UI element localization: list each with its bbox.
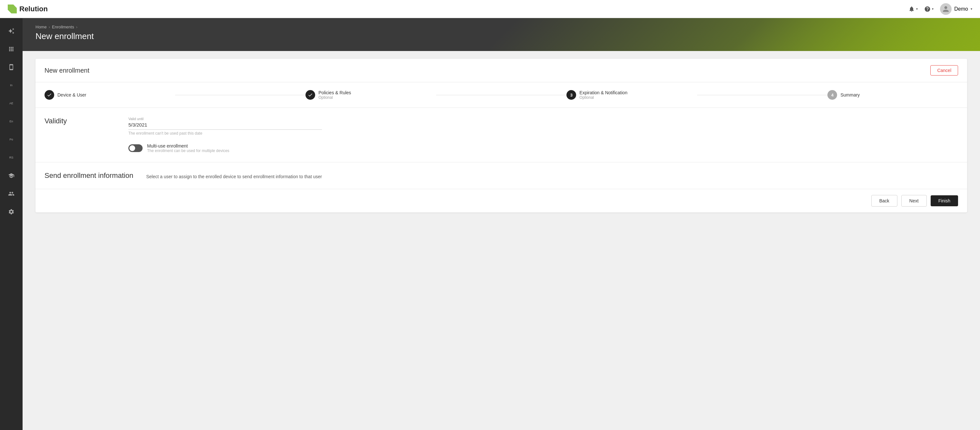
logo-icon — [8, 5, 17, 14]
sidebar-item-users[interactable] — [3, 186, 19, 201]
sidebar-item-rs[interactable]: RS — [3, 150, 19, 165]
enrollment-card: New enrollment Cancel Device & User — [35, 59, 967, 213]
page-title: New enrollment — [35, 31, 967, 41]
sidebar-item-dashboard[interactable] — [3, 23, 19, 39]
step-3-label: Expiration & Notification — [579, 90, 627, 95]
sidebar-item-ae-label: AE — [10, 102, 13, 105]
top-nav: Relution ▾ ▾ Demo ▾ — [0, 0, 980, 18]
connector-2 — [436, 95, 567, 95]
main-content: New enrollment Cancel Device & User — [22, 51, 980, 430]
cancel-button[interactable]: Cancel — [930, 65, 958, 75]
user-name: Demo — [954, 6, 968, 12]
send-enrollment-description: Select a user to assign to the enrolled … — [146, 171, 958, 179]
step-2-info: Policies & Rules Optional — [318, 90, 351, 100]
card-header: New enrollment Cancel — [35, 59, 967, 82]
step-4-info: Summary — [840, 92, 860, 98]
sidebar-item-po[interactable]: Po — [3, 132, 19, 147]
page-header: Home › Enrollments › New enrollment — [22, 18, 980, 51]
avatar — [940, 3, 951, 15]
sidebar-item-po-label: Po — [10, 138, 13, 141]
step-4: 4 Summary — [827, 90, 958, 100]
breadcrumb-home[interactable]: Home — [35, 24, 47, 29]
validity-title: Validity — [45, 117, 116, 153]
sidebar-item-rs-label: RS — [10, 156, 14, 159]
sidebar-item-ae[interactable]: AE — [3, 96, 19, 111]
finish-button[interactable]: Finish — [931, 195, 958, 206]
sidebar-item-in-label: In — [10, 84, 13, 87]
notifications-button[interactable]: ▾ — [908, 6, 918, 12]
toggle-info: Multi-use enrollment The enrollment can … — [147, 143, 229, 153]
step-1-info: Device & User — [57, 92, 86, 98]
card-title: New enrollment — [45, 67, 89, 74]
validity-body: Valid until 5/3/2021 The enrollment can'… — [128, 117, 958, 153]
validity-section: Validity Valid until 5/3/2021 The enroll… — [35, 108, 967, 162]
page-wrap: Home › Enrollments › New enrollment New … — [22, 18, 980, 430]
step-3-circle: 3 — [566, 90, 576, 100]
sidebar-item-education[interactable] — [3, 168, 19, 183]
valid-until-hint: The enrollment can't be used past this d… — [128, 131, 958, 136]
logo-text: Relution — [19, 5, 48, 13]
valid-until-label: Valid until — [128, 117, 958, 121]
step-2: Policies & Rules Optional — [305, 90, 436, 100]
send-enrollment-body: Select a user to assign to the enrolled … — [146, 171, 958, 180]
step-2-circle — [305, 90, 315, 100]
stepper: Device & User Policies & Rules Optional — [35, 82, 967, 108]
connector-3 — [697, 95, 828, 95]
step-1: Device & User — [45, 90, 175, 100]
step-1-circle — [45, 90, 54, 100]
breadcrumb-sep1: › — [49, 24, 50, 29]
sidebar-item-en[interactable]: En — [3, 113, 19, 129]
step-2-label: Policies & Rules — [318, 90, 351, 95]
send-enrollment-section: Send enrollment information Select a use… — [35, 162, 967, 189]
breadcrumb-sep2: › — [76, 24, 78, 29]
help-button[interactable]: ▾ — [924, 6, 934, 12]
breadcrumb: Home › Enrollments › — [35, 24, 967, 29]
card-footer: Back Next Finish — [35, 189, 967, 213]
step-2-sub: Optional — [318, 95, 351, 100]
step-3-sub: Optional — [579, 95, 627, 100]
sidebar-item-settings[interactable] — [3, 204, 19, 219]
step-1-label: Device & User — [57, 92, 86, 98]
toggle-label: Multi-use enrollment — [147, 143, 229, 149]
breadcrumb-enrollments[interactable]: Enrollments — [52, 24, 74, 29]
sidebar-item-en-label: En — [10, 120, 13, 123]
step-4-circle: 4 — [827, 90, 837, 100]
step-3-number: 3 — [570, 93, 573, 98]
next-button[interactable]: Next — [901, 195, 927, 206]
sidebar: In AE En Po RS — [0, 18, 22, 430]
step-3-info: Expiration & Notification Optional — [579, 90, 627, 100]
step-4-number: 4 — [831, 93, 834, 98]
sidebar-item-in[interactable]: In — [3, 77, 19, 93]
help-chevron: ▾ — [932, 7, 934, 11]
connector-1 — [175, 95, 306, 95]
send-enrollment-title: Send enrollment information — [45, 171, 133, 180]
step-4-label: Summary — [840, 92, 860, 98]
notifications-chevron: ▾ — [916, 7, 918, 11]
nav-right: ▾ ▾ Demo ▾ — [908, 3, 972, 15]
user-menu-button[interactable]: Demo ▾ — [940, 3, 972, 15]
user-chevron: ▾ — [970, 7, 972, 11]
multi-use-toggle-row: Multi-use enrollment The enrollment can … — [128, 143, 958, 153]
back-button[interactable]: Back — [871, 195, 897, 206]
sidebar-item-devices[interactable] — [3, 59, 19, 75]
toggle-hint: The enrollment can be used for multiple … — [147, 149, 229, 153]
logo: Relution — [8, 5, 48, 14]
step-3: 3 Expiration & Notification Optional — [566, 90, 697, 100]
valid-until-value: 5/3/2021 — [128, 122, 322, 130]
sidebar-item-apps[interactable] — [3, 41, 19, 57]
multi-use-toggle[interactable] — [128, 144, 143, 152]
